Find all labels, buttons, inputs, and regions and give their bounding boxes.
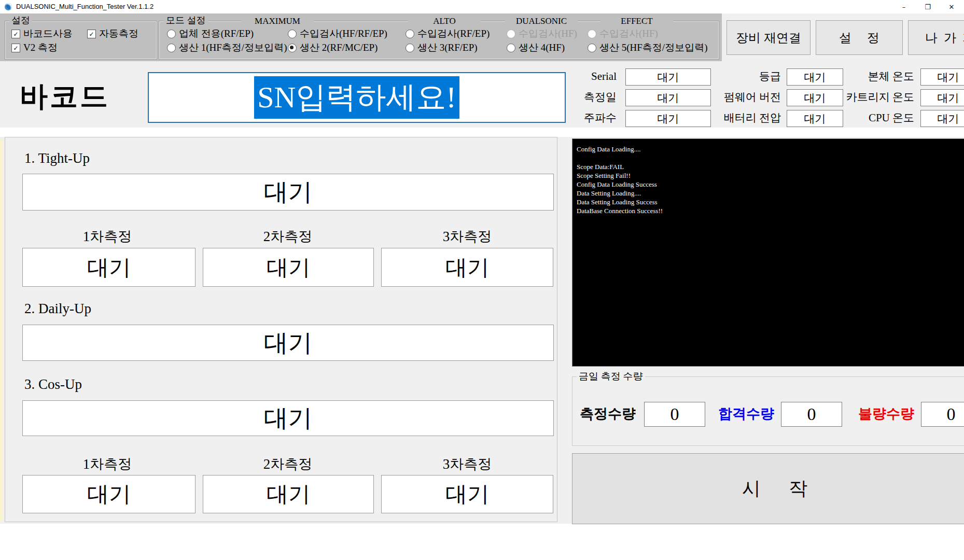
start-button[interactable]: 시 작 bbox=[572, 453, 964, 524]
minimize-icon: – bbox=[902, 3, 906, 11]
measured-count-box: 0 bbox=[644, 402, 705, 427]
section1-measure-3-label: 3차측정 bbox=[415, 227, 519, 246]
section1-measure-2-box: 대기 bbox=[203, 248, 374, 287]
status-value-body-temp: 대기 bbox=[920, 68, 964, 86]
section-1-title: 1. Tight-Up bbox=[24, 150, 90, 166]
reconnect-device-label: 장비 재연결 bbox=[736, 30, 801, 46]
separator bbox=[0, 128, 964, 137]
status-value-text: 대기 bbox=[938, 70, 959, 85]
radio-production-2[interactable] bbox=[288, 44, 297, 52]
mode-group-title: 모드 설정 bbox=[164, 16, 208, 25]
radio-company-only[interactable] bbox=[167, 30, 176, 38]
radio-dualsonic-import bbox=[507, 30, 515, 38]
reconnect-device-button[interactable]: 장비 재연결 bbox=[727, 20, 811, 55]
pass-count-box: 0 bbox=[781, 402, 842, 427]
status-value-text: 대기 bbox=[804, 70, 826, 85]
measure-value-text: 대기 bbox=[445, 480, 489, 509]
close-icon: ✕ bbox=[949, 3, 955, 11]
radio-production-2-label: 생산 2(RF/MC/EP) bbox=[300, 42, 378, 53]
status-label-grade: 등급 bbox=[716, 68, 781, 85]
console-log: Config Data Loading.... Scope Data:FAIL … bbox=[572, 138, 964, 367]
check-icon: ✓ bbox=[13, 45, 18, 52]
mode-col-header-maximum: MAXIMUM bbox=[241, 16, 314, 26]
status-value-text: 대기 bbox=[804, 91, 826, 105]
cos-up-status-box: 대기 bbox=[22, 400, 554, 436]
v2-measure-label: V2 측정 bbox=[23, 42, 58, 53]
radio-production-5[interactable] bbox=[588, 44, 596, 52]
auto-measure-label: 자동측정 bbox=[99, 28, 138, 39]
settings-button[interactable]: 설 정 bbox=[816, 20, 903, 55]
mode-groupbox bbox=[159, 21, 719, 60]
radio-production-3-label: 생산 3(RF/EP) bbox=[417, 42, 478, 53]
measured-count-value: 0 bbox=[670, 404, 679, 424]
console-line: Scope Data:FAIL bbox=[577, 162, 964, 171]
section3-measure-3-box: 대기 bbox=[381, 475, 553, 513]
pass-count-label: 합격수량 bbox=[718, 402, 774, 426]
status-value-text: 대기 bbox=[658, 111, 679, 126]
section3-measure-3-label: 3차측정 bbox=[415, 455, 519, 473]
app-icon bbox=[5, 3, 12, 10]
settings-button-label: 설 정 bbox=[839, 30, 879, 46]
barcode-use-label: 바코드사용 bbox=[23, 28, 73, 39]
radio-maximum-import[interactable] bbox=[288, 30, 297, 38]
bottom-strip bbox=[0, 524, 964, 560]
section3-measure-1-box: 대기 bbox=[22, 475, 195, 513]
auto-measure-checkbox[interactable]: ✓ bbox=[87, 30, 96, 38]
fail-count-box: 0 bbox=[921, 402, 964, 427]
status-label-cpu-temp: CPU 온도 bbox=[830, 110, 914, 126]
fail-count-value: 0 bbox=[947, 404, 956, 424]
daily-up-status-box: 대기 bbox=[22, 325, 554, 361]
measure-value-text: 대기 bbox=[87, 480, 131, 509]
measure-value-text: 대기 bbox=[267, 253, 310, 282]
status-label-serial: Serial bbox=[544, 68, 617, 85]
barcode-use-checkbox[interactable]: ✓ bbox=[11, 30, 20, 38]
section1-measure-1-label: 1차측정 bbox=[55, 227, 159, 246]
barcode-input-selected-text: SN입력하세요! bbox=[254, 76, 459, 119]
status-label-battery: 배터리 전압 bbox=[716, 110, 781, 126]
status-label-cartridge-temp: 카트리지 온도 bbox=[830, 89, 914, 105]
radio-dualsonic-import-label: 수입검사(HF) bbox=[519, 28, 577, 39]
tight-up-status-box: 대기 bbox=[22, 174, 554, 211]
console-line: Config Data Loading.... bbox=[577, 145, 964, 153]
radio-production-4-label: 생산 4(HF) bbox=[519, 42, 565, 53]
radio-production-4[interactable] bbox=[507, 44, 515, 52]
status-value-cpu-temp: 대기 bbox=[920, 110, 964, 127]
barcode-label: 바코드 bbox=[20, 78, 110, 116]
exit-button-label: 나 가 기 bbox=[925, 30, 964, 46]
console-line: Scope Setting Fail!! bbox=[577, 171, 964, 180]
console-line: Data Setting Loading.... bbox=[577, 189, 964, 198]
status-value-text: 대기 bbox=[804, 111, 826, 126]
barcode-input[interactable]: SN입력하세요! bbox=[148, 72, 566, 123]
section1-measure-3-box: 대기 bbox=[381, 248, 553, 287]
radio-effect-import-label: 수입검사(HF) bbox=[599, 28, 658, 39]
radio-production-3[interactable] bbox=[406, 44, 414, 52]
daily-up-status-text: 대기 bbox=[264, 327, 313, 359]
radio-maximum-import-label: 수입검사(HF/RF/EP) bbox=[300, 28, 387, 39]
section-3-title: 3. Cos-Up bbox=[24, 376, 82, 393]
radio-production-5-label: 생산 5(HF측정/정보입력) bbox=[599, 42, 707, 53]
status-value-cartridge-temp: 대기 bbox=[920, 89, 964, 106]
app-window: DUALSONIC_Multi_Function_Tester Ver.1.1.… bbox=[0, 0, 964, 560]
mode-col-header-dualsonic: DUALSONIC bbox=[505, 16, 578, 26]
section-2-title: 2. Daily-Up bbox=[24, 301, 91, 317]
minimize-button[interactable]: – bbox=[892, 0, 916, 13]
exit-button[interactable]: 나 가 기 bbox=[908, 20, 964, 55]
section3-measure-2-box: 대기 bbox=[203, 475, 374, 513]
radio-alto-import-label: 수입검사(RF/EP) bbox=[417, 28, 490, 39]
console-line: Config Data Loading Success bbox=[577, 180, 964, 189]
restore-button[interactable]: ❐ bbox=[916, 0, 940, 13]
section1-measure-1-box: 대기 bbox=[22, 248, 195, 287]
settings-groupbox bbox=[5, 21, 157, 60]
status-value-measure-date: 대기 bbox=[625, 89, 711, 106]
radio-company-only-label: 업체 전용(RF/EP) bbox=[179, 28, 254, 39]
mode-col-header-effect: EFFECT bbox=[600, 16, 673, 26]
section3-measure-1-label: 1차측정 bbox=[55, 455, 159, 473]
console-line bbox=[577, 153, 964, 162]
radio-production-1[interactable] bbox=[167, 44, 176, 52]
v2-measure-checkbox[interactable]: ✓ bbox=[11, 44, 20, 52]
radio-alto-import[interactable] bbox=[406, 30, 414, 38]
pass-count-value: 0 bbox=[807, 404, 816, 424]
status-value-frequency: 대기 bbox=[625, 110, 711, 127]
close-button[interactable]: ✕ bbox=[940, 0, 963, 13]
tight-up-status-text: 대기 bbox=[264, 176, 313, 208]
